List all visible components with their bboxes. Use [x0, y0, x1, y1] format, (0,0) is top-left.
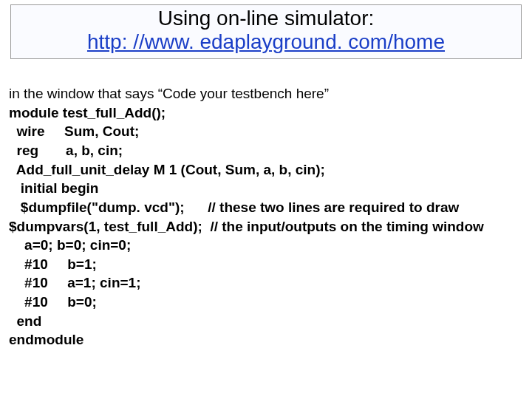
intro-text: in the window that says “Code your testb… — [9, 86, 329, 101]
code-line: end — [9, 313, 41, 329]
code-line: #10 a=1; cin=1; — [9, 275, 141, 290]
code-line: #10 b=0; — [9, 294, 97, 310]
slide-body: in the window that says “Code your testb… — [0, 62, 532, 368]
slide: Using on-line simulator: http: //www. ed… — [0, 4, 532, 399]
code-line: $dumpvars(1, test_full_Add); // the inpu… — [9, 219, 484, 234]
code-line: a=0; b=0; cin=0; — [9, 237, 131, 253]
code-line: wire Sum, Cout; — [9, 123, 139, 139]
code-line: endmodule — [9, 332, 83, 347]
title-box: Using on-line simulator: http: //www. ed… — [10, 4, 522, 59]
code-line: #10 b=1; — [9, 256, 97, 272]
code-line: Add_full_unit_delay M 1 (Cout, Sum, a, b… — [9, 162, 325, 177]
code-line: $dumpfile("dump. vcd"); // these two lin… — [9, 200, 459, 215]
code-line: initial begin — [9, 180, 98, 196]
code-line: reg a, b, cin; — [9, 143, 123, 158]
code-line: module test_full_Add(); — [9, 105, 166, 120]
slide-title: Using on-line simulator: — [17, 7, 515, 30]
simulator-link[interactable]: http: //www. edaplayground. com/home — [17, 30, 515, 54]
